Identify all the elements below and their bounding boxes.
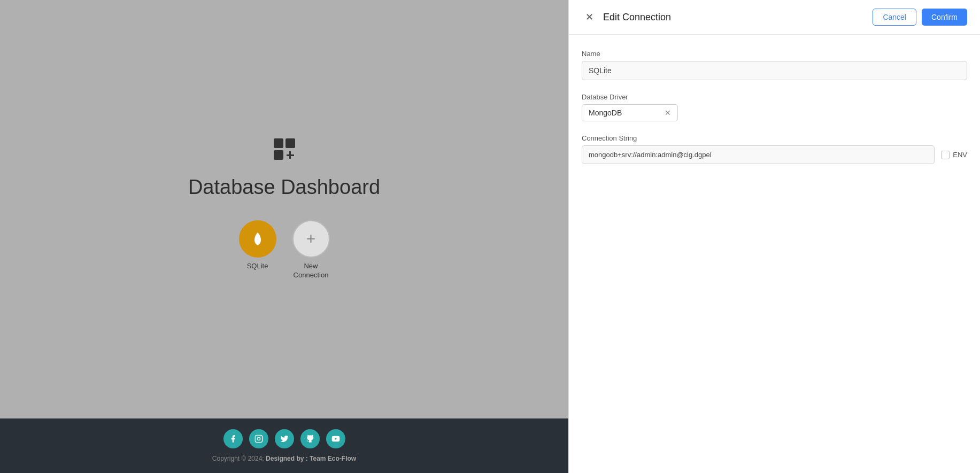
svg-point-1	[257, 437, 260, 440]
connection-string-form-group: Connection String ENV	[582, 134, 967, 164]
dashboard-title: Database Dashboard	[188, 176, 380, 199]
dashboard-panel: Database Dashboard SQLite + NewConnectio…	[0, 0, 568, 473]
mongodb-leaf-icon	[249, 230, 266, 247]
instagram-icon[interactable]	[249, 429, 268, 448]
dashboard-footer: Copyright © 2024; Designed by : Team Eco…	[0, 418, 568, 473]
footer-copyright: Copyright © 2024; Designed by : Team Eco…	[212, 455, 356, 462]
edit-body: Name Databse Driver MongoDB ✕ Connection…	[569, 35, 980, 179]
confirm-button[interactable]: Confirm	[922, 9, 967, 26]
connection-string-input[interactable]	[582, 145, 935, 164]
grid-cell-plus	[285, 150, 295, 160]
driver-select[interactable]: MongoDB ✕	[582, 104, 678, 121]
connection-string-row: ENV	[582, 145, 967, 164]
svg-point-2	[260, 437, 261, 437]
name-input[interactable]	[582, 61, 967, 80]
driver-clear-button[interactable]: ✕	[665, 108, 671, 117]
github-icon[interactable]	[300, 429, 320, 448]
driver-form-group: Databse Driver MongoDB ✕	[582, 93, 967, 121]
edit-header-left: ✕ Edit Connection	[582, 10, 671, 25]
dashboard-grid-icon	[274, 138, 295, 160]
new-connection-label: NewConnection	[294, 262, 329, 280]
header-buttons: Cancel Confirm	[873, 9, 967, 26]
driver-label: Databse Driver	[582, 93, 967, 101]
new-connection-plus-icon: +	[306, 231, 316, 247]
cancel-button[interactable]: Cancel	[873, 9, 916, 26]
env-label: ENV	[953, 151, 967, 159]
connection-item-new[interactable]: + NewConnection	[292, 220, 330, 280]
grid-cell-3	[274, 150, 283, 160]
env-checkbox[interactable]	[941, 151, 950, 159]
name-label: Name	[582, 50, 967, 58]
edit-panel: ✕ Edit Connection Cancel Confirm Name Da…	[568, 0, 980, 473]
connection-string-label: Connection String	[582, 134, 967, 142]
facebook-icon[interactable]	[223, 429, 243, 448]
dashboard-content: Database Dashboard SQLite + NewConnectio…	[0, 0, 568, 418]
edit-header: ✕ Edit Connection Cancel Confirm	[569, 0, 980, 35]
connection-item-sqlite[interactable]: SQLite	[239, 220, 276, 271]
sqlite-label: SQLite	[247, 262, 268, 271]
new-connection-circle: +	[292, 220, 330, 258]
twitter-icon[interactable]	[275, 429, 294, 448]
connections-row: SQLite + NewConnection	[239, 220, 330, 280]
name-form-group: Name	[582, 50, 967, 80]
grid-cell-1	[274, 138, 283, 148]
driver-value: MongoDB	[589, 108, 660, 117]
edit-panel-title: Edit Connection	[603, 12, 671, 23]
social-icons	[223, 429, 345, 448]
env-toggle: ENV	[941, 151, 967, 159]
close-button[interactable]: ✕	[582, 10, 597, 25]
youtube-icon[interactable]	[326, 429, 345, 448]
svg-rect-0	[255, 435, 262, 442]
grid-cell-2	[285, 138, 295, 148]
sqlite-circle	[239, 220, 276, 258]
